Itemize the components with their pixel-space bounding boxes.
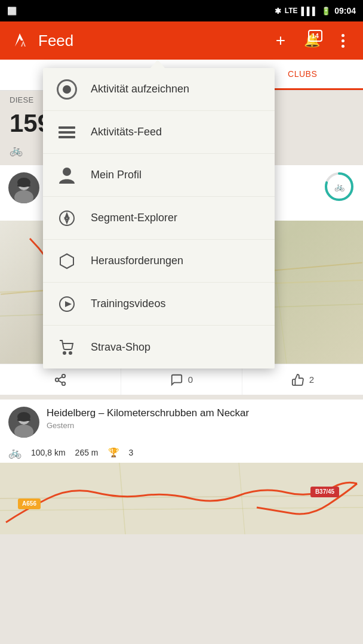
menu-label-training: Trainingsvideos (91, 298, 165, 310)
menu-label-feed: Aktivitäts-Feed (91, 126, 162, 138)
svg-marker-40 (65, 218, 69, 223)
svg-marker-39 (65, 213, 69, 218)
menu-item-feed[interactable]: Aktivitäts-Feed (43, 111, 275, 154)
menu-label-segment: Segment-Explorer (91, 212, 177, 224)
menu-item-record[interactable]: Aktivität aufzeichnen (43, 68, 275, 111)
svg-point-45 (69, 352, 72, 354)
svg-point-37 (63, 168, 71, 176)
svg-rect-35 (59, 131, 75, 134)
menu-item-challenges[interactable]: Herausforderungen (43, 240, 275, 283)
play-icon (55, 292, 79, 316)
menu-item-shop[interactable]: Strava-Shop (43, 326, 275, 369)
dropdown-overlay: Aktivität aufzeichnen Aktivitäts-Feed (0, 0, 363, 644)
record-icon (55, 78, 79, 101)
svg-marker-43 (65, 301, 72, 307)
menu-label-record: Aktivität aufzeichnen (91, 83, 189, 95)
svg-rect-36 (59, 136, 75, 138)
svg-point-44 (63, 352, 66, 354)
menu-label-profile: Mein Profil (91, 169, 141, 181)
menu-label-shop: Strava-Shop (91, 341, 150, 354)
menu-item-training[interactable]: Trainingsvideos (43, 283, 275, 326)
menu-label-challenges: Herausforderungen (91, 255, 183, 267)
menu-item-profile[interactable]: Mein Profil (43, 154, 275, 197)
dropdown-menu: Aktivität aufzeichnen Aktivitäts-Feed (43, 68, 275, 369)
dropdown-arrow (150, 60, 165, 68)
svg-marker-41 (60, 254, 73, 268)
hexagon-icon (55, 249, 79, 273)
compass-icon (55, 206, 79, 230)
svg-rect-34 (59, 126, 75, 129)
menu-item-segment[interactable]: Segment-Explorer (43, 197, 275, 240)
person-icon (55, 163, 79, 187)
cart-icon (55, 335, 79, 359)
list-icon (55, 120, 79, 144)
